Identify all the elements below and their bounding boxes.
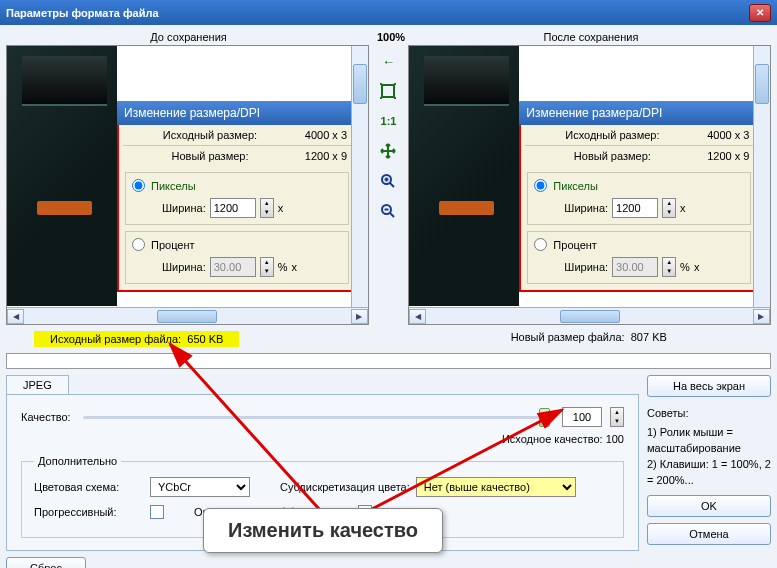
new-file-size: Новый размер файла: 807 KB: [407, 331, 772, 347]
quality-slider-thumb[interactable]: [539, 408, 550, 427]
after-save-label: После сохранения: [411, 31, 771, 43]
preview-after-vscroll[interactable]: [753, 46, 770, 307]
x-label-2: x: [292, 261, 298, 273]
zoom-in-icon[interactable]: [376, 169, 400, 193]
resize-dialog-before: Изменение размера/DPI Исходный размер:40…: [117, 101, 357, 292]
width-px-input[interactable]: [210, 198, 256, 218]
back-arrow-icon[interactable]: ←: [376, 49, 400, 73]
preview-after-hscroll[interactable]: ◀▶: [409, 307, 770, 324]
preview-after: Изменение размера/DPI Исходный размер:40…: [408, 45, 771, 325]
width-pct-label: Ширина:: [162, 261, 206, 273]
new-size-label: Новый размер:: [127, 150, 293, 162]
width-pct-input-2: [612, 257, 658, 277]
preview-before: Изменение размера/DPI Исходный размер:40…: [6, 45, 369, 325]
tab-jpeg[interactable]: JPEG: [6, 375, 69, 394]
new-size-value: 1200 x 9: [293, 150, 347, 162]
svg-rect-0: [382, 85, 394, 97]
preview-before-hscroll[interactable]: ◀▶: [7, 307, 368, 324]
preview-after-image: [409, 46, 519, 306]
orig-size-value: 4000 x 3: [293, 129, 347, 141]
cancel-button[interactable]: Отмена: [647, 523, 771, 545]
resize-dialog-title-2: Изменение размера/DPI: [519, 101, 759, 125]
reset-button[interactable]: Сброс: [6, 557, 86, 568]
progressive-checkbox[interactable]: [150, 505, 164, 519]
quality-slider[interactable]: [83, 416, 550, 419]
width-px-spinner[interactable]: ▲▼: [260, 198, 274, 218]
subsampling-combo[interactable]: Нет (выше качество): [416, 477, 576, 497]
center-toolbar: ← 1:1: [369, 45, 409, 325]
resize-dialog-after: Изменение размера/DPI Исходный размер:40…: [519, 101, 759, 292]
window-title: Параметры формата файла: [6, 7, 159, 19]
fullscreen-button[interactable]: На весь экран: [647, 375, 771, 397]
preview-before-vscroll[interactable]: [351, 46, 368, 307]
quality-label: Качество:: [21, 411, 71, 423]
radio-percent-label: Процент: [151, 239, 195, 251]
width-pct-spinner[interactable]: ▲▼: [260, 257, 274, 277]
size-ratio-bar: [6, 353, 771, 369]
width-px-input-2[interactable]: [612, 198, 658, 218]
radio-percent-2[interactable]: [534, 238, 547, 251]
radio-pixels-2[interactable]: [534, 179, 547, 192]
radio-pixels[interactable]: [132, 179, 145, 192]
width-pct-input: [210, 257, 256, 277]
preview-before-image: [7, 46, 117, 306]
radio-pixels-label: Пикселы: [151, 180, 196, 192]
progressive-label: Прогрессивный:: [34, 506, 144, 518]
pct-sign: %: [278, 261, 288, 273]
orig-file-size: Исходный размер файла: 650 KB: [34, 331, 239, 347]
orig-quality-label: Исходное качество: 100: [21, 433, 624, 445]
x-label: x: [278, 202, 284, 214]
window-titlebar: Параметры формата файла ✕: [0, 0, 777, 25]
width-label: Ширина:: [162, 202, 206, 214]
subsampling-label: Субдискретизация цвета:: [280, 481, 410, 493]
close-button[interactable]: ✕: [749, 4, 771, 22]
quality-input[interactable]: [562, 407, 602, 427]
callout-change-quality: Изменить качество: [203, 508, 443, 553]
radio-percent[interactable]: [132, 238, 145, 251]
additional-legend: Дополнительно: [34, 455, 121, 467]
zoom-out-icon[interactable]: [376, 199, 400, 223]
resize-dialog-title: Изменение размера/DPI: [117, 101, 357, 125]
preview-header-row: До сохранения 100% После сохранения: [6, 31, 771, 43]
zoom-percent-label: 100%: [371, 31, 411, 43]
color-scheme-combo[interactable]: YCbCr: [150, 477, 250, 497]
before-save-label: До сохранения: [6, 31, 371, 43]
tips-text: 1) Ролик мыши = масштабирование 2) Клави…: [647, 425, 771, 489]
tips-header: Советы:: [647, 407, 771, 419]
move-icon[interactable]: [376, 139, 400, 163]
ok-button[interactable]: OK: [647, 495, 771, 517]
quality-spinner[interactable]: ▲▼: [610, 407, 624, 427]
one-to-one-button[interactable]: 1:1: [376, 109, 400, 133]
color-scheme-label: Цветовая схема:: [34, 481, 144, 493]
fit-screen-icon[interactable]: [376, 79, 400, 103]
orig-size-label: Исходный размер:: [127, 129, 293, 141]
